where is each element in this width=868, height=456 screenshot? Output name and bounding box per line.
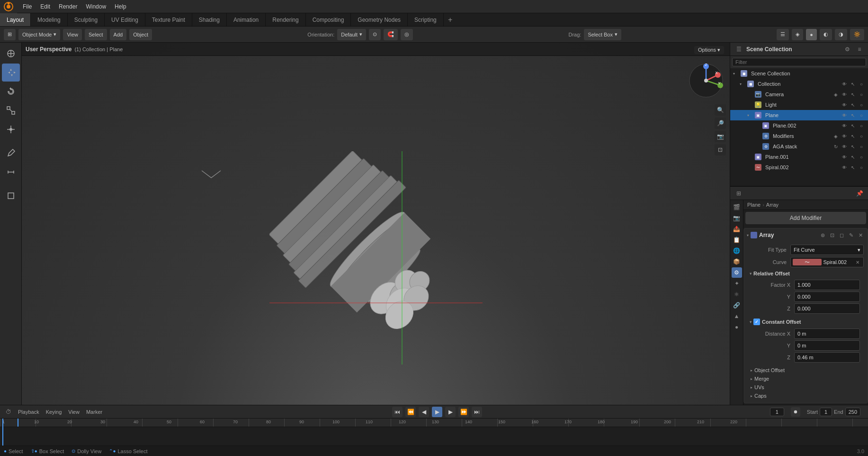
mod-select-icon[interactable]: ↖ [849, 132, 857, 140]
tab-geometry-nodes[interactable]: Geometry Nodes [351, 13, 408, 26]
menu-file[interactable]: File [19, 2, 36, 11]
outliner-collection[interactable]: ▾ ◼ Collection 👁 ↖ ○ [730, 79, 868, 89]
tab-scripting[interactable]: Scripting [408, 13, 444, 26]
marker-menu[interactable]: Marker [84, 409, 104, 415]
eevee-btn[interactable]: 🔆 [850, 29, 864, 40]
dist-y-field[interactable]: 0 m [794, 340, 860, 351]
outliner-scene-collection[interactable]: ▾ ◼ Scene Collection [730, 68, 868, 79]
plane001-render-icon[interactable]: ○ [858, 153, 865, 161]
plane-visibility-icon[interactable]: 👁 [841, 111, 848, 119]
plane001-select-icon[interactable]: ↖ [849, 153, 857, 161]
menu-help[interactable]: Help [111, 2, 130, 11]
constant-offset-check[interactable]: ✓ [753, 319, 760, 325]
material-shading-btn[interactable]: ◐ [820, 29, 832, 40]
add-modifier-btn[interactable]: Add Modifier [745, 212, 866, 224]
add-primitive-tool[interactable] [2, 187, 20, 205]
tab-animation[interactable]: Animation [227, 13, 266, 26]
spiral002-render-icon[interactable]: ○ [858, 164, 865, 171]
outliner-filter-btn[interactable]: ⚙ [842, 45, 852, 54]
tab-sculpting[interactable]: Sculpting [68, 13, 105, 26]
light-render-icon[interactable]: ○ [858, 101, 865, 109]
plane-render-icon[interactable]: ○ [858, 111, 865, 119]
current-frame-field[interactable]: 1 [770, 408, 784, 416]
local-view-btn[interactable]: ⊡ [715, 144, 726, 155]
cursor-tool[interactable] [2, 45, 20, 63]
outliner-aga-stack[interactable]: ▸ ⚙ AGA stack ↻ 👁 ↖ ○ [730, 141, 868, 152]
object-mode-btn[interactable]: Object Mode ▾ [18, 29, 60, 40]
next-keyframe-btn[interactable]: ⏩ [458, 407, 469, 417]
timeline-area[interactable]: 1 10 20 30 40 50 60 70 80 90 100 110 120… [0, 418, 868, 446]
spiral002-select-icon[interactable]: ↖ [849, 164, 857, 171]
factor-z-field[interactable]: 0.000 [794, 303, 860, 314]
merge-section[interactable]: ▸ Merge [748, 374, 864, 383]
auto-keying-btn[interactable]: ⏺ [791, 407, 800, 417]
view-menu-btn[interactable]: View [63, 29, 82, 40]
render-icon[interactable]: ○ [858, 80, 865, 88]
aga-data-icon[interactable]: ↻ [832, 143, 840, 150]
plane002-select-icon[interactable]: ↖ [849, 122, 857, 129]
array-render-icon[interactable]: ◻ [837, 231, 846, 239]
playback-menu[interactable]: Playback [16, 409, 41, 415]
relative-offset-section[interactable]: ▾ Relative Offset [748, 269, 864, 278]
tab-shading[interactable]: Shading [192, 13, 227, 26]
next-frame-btn[interactable]: ▶ [445, 407, 456, 417]
camera-visibility-icon[interactable]: 👁 [841, 91, 848, 98]
tab-uv-editing[interactable]: UV Editing [105, 13, 145, 26]
selectability-icon[interactable]: ↖ [849, 80, 857, 88]
visibility-icon[interactable]: 👁 [841, 80, 848, 88]
outliner-plane[interactable]: ▾ ▣ Plane 👁 ↖ ○ [730, 110, 868, 120]
curve-clear-btn[interactable]: ✕ [854, 258, 861, 266]
annotate-tool[interactable] [2, 144, 20, 162]
array-edit-mode-icon[interactable]: ✎ [847, 231, 855, 239]
mod-render-icon[interactable]: ○ [858, 132, 865, 140]
solid-shading-btn[interactable]: ● [806, 29, 817, 40]
xray-btn[interactable]: ◈ [792, 29, 803, 40]
light-visibility-icon[interactable]: 👁 [841, 101, 848, 109]
constant-offset-section[interactable]: ▾ ✓ Constant Offset [748, 317, 864, 327]
props-tab-scene[interactable]: 🎬 [732, 202, 742, 212]
curve-value-field[interactable]: 〜 Spiral.002 ✕ [790, 257, 864, 267]
rotate-tool[interactable] [2, 82, 20, 100]
menu-render[interactable]: Render [55, 2, 81, 11]
select-menu-btn[interactable]: Select [85, 29, 107, 40]
prev-frame-btn[interactable]: ◀ [419, 407, 429, 417]
timeline-editor-type-btn[interactable]: ⏱ [4, 407, 13, 417]
transform-tool[interactable] [2, 120, 20, 138]
mod-data-icon[interactable]: ◈ [832, 132, 840, 140]
outliner-spiral-002[interactable]: ▸ 〜 Spiral.002 👁 ↖ ○ [730, 162, 868, 173]
plane-select-icon[interactable]: ↖ [849, 111, 857, 119]
props-tab-material[interactable]: ● [732, 322, 742, 332]
first-frame-btn[interactable]: ⏮ [392, 407, 403, 417]
factor-y-field[interactable]: 0.000 [794, 292, 860, 302]
props-tab-constraints[interactable]: 🔗 [732, 300, 742, 310]
plane002-visibility-icon[interactable]: 👁 [841, 122, 848, 129]
end-frame-field[interactable]: 250 [845, 408, 860, 416]
tab-texture-paint[interactable]: Texture Paint [145, 13, 192, 26]
uvs-section[interactable]: ▸ UVs [748, 383, 864, 392]
navigation-gizmo[interactable]: X Y Z [687, 62, 725, 100]
light-select-icon[interactable]: ↖ [849, 101, 857, 109]
props-tab-view-layer[interactable]: 📋 [732, 235, 742, 245]
play-btn[interactable]: ▶ [432, 407, 442, 417]
prev-keyframe-btn[interactable]: ⏪ [405, 407, 416, 417]
drag-select-btn[interactable]: Select Box ▾ [584, 29, 621, 40]
start-frame-field[interactable]: 1 [820, 408, 832, 416]
props-tab-object[interactable]: 📦 [732, 256, 742, 267]
outliner-editor-type-btn[interactable]: ☰ [734, 45, 743, 54]
caps-section[interactable]: ▸ Caps [748, 392, 864, 400]
add-workspace-tab[interactable]: + [444, 13, 457, 26]
camera-data-icon[interactable]: ◈ [832, 91, 840, 98]
array-modifier-header[interactable]: ▾ Array ⊛ ⊡ ◻ ✎ ✕ [744, 228, 868, 242]
array-display-icon[interactable]: ⊡ [828, 231, 836, 239]
props-tab-particles[interactable]: ✦ [732, 278, 742, 289]
measure-tool[interactable] [2, 163, 20, 181]
props-pin-btn[interactable]: 📌 [855, 189, 864, 198]
zoom-in-btn[interactable]: 🔍 [715, 104, 726, 116]
dist-z-field[interactable]: 0.46 m [794, 352, 860, 363]
props-tab-modifiers[interactable]: ⚙ [732, 267, 742, 278]
props-tab-render[interactable]: 📷 [732, 213, 742, 223]
viewport[interactable]: User Perspective (1) Collection | Plane … [22, 43, 730, 405]
camera-render-icon[interactable]: ○ [858, 91, 865, 98]
snapping-btn[interactable]: 🧲 [384, 29, 398, 40]
props-tab-data[interactable]: ▲ [732, 311, 742, 321]
